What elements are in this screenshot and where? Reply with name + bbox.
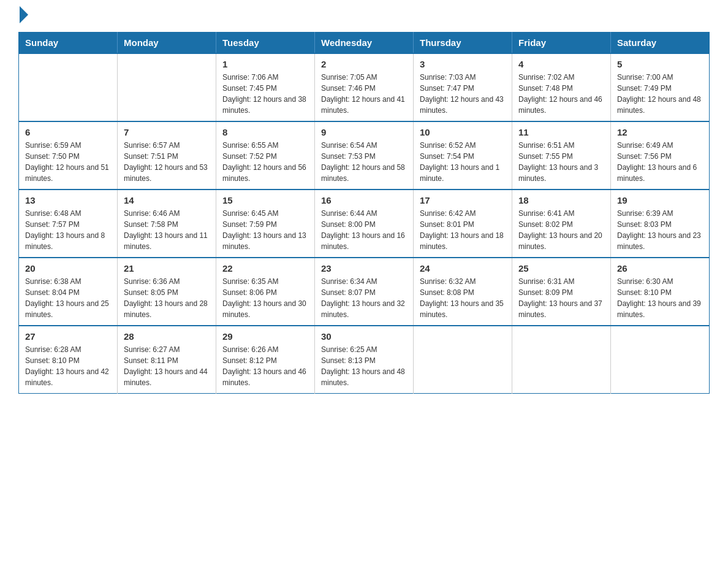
day-number: 8 [222,127,308,137]
day-number: 23 [321,263,407,274]
day-number: 22 [222,263,308,274]
calendar-cell: 7Sunrise: 6:57 AMSunset: 7:51 PMDaylight… [118,121,216,190]
day-info: Sunrise: 6:39 AMSunset: 8:03 PMDaylight:… [617,208,703,252]
calendar-cell: 23Sunrise: 6:34 AMSunset: 8:07 PMDayligh… [315,258,414,326]
day-info: Sunrise: 6:46 AMSunset: 7:58 PMDaylight:… [124,208,210,252]
calendar-cell [512,326,611,394]
calendar-cell [118,53,216,121]
day-info: Sunrise: 6:48 AMSunset: 7:57 PMDaylight:… [25,208,111,252]
day-number: 28 [124,331,210,342]
day-info: Sunrise: 6:30 AMSunset: 8:10 PMDaylight:… [617,276,703,320]
calendar-body: 1Sunrise: 7:06 AMSunset: 7:45 PMDaylight… [19,53,710,394]
day-info: Sunrise: 6:52 AMSunset: 7:54 PMDaylight:… [420,140,506,184]
calendar-cell: 17Sunrise: 6:42 AMSunset: 8:01 PMDayligh… [414,190,512,258]
weekday-row: SundayMondayTuesdayWednesdayThursdayFrid… [19,33,710,54]
day-number: 15 [222,195,308,205]
week-row-1: 1Sunrise: 7:06 AMSunset: 7:45 PMDaylight… [19,53,710,121]
day-info: Sunrise: 6:49 AMSunset: 7:56 PMDaylight:… [617,140,703,184]
calendar-cell: 27Sunrise: 6:28 AMSunset: 8:10 PMDayligh… [19,326,118,394]
day-info: Sunrise: 7:00 AMSunset: 7:49 PMDaylight:… [617,72,703,116]
day-number: 27 [25,331,111,342]
calendar-cell: 18Sunrise: 6:41 AMSunset: 8:02 PMDayligh… [512,190,611,258]
day-info: Sunrise: 7:03 AMSunset: 7:47 PMDaylight:… [420,72,506,116]
day-info: Sunrise: 6:59 AMSunset: 7:50 PMDaylight:… [25,140,111,184]
day-info: Sunrise: 6:42 AMSunset: 8:01 PMDaylight:… [420,208,506,252]
weekday-monday: Monday [118,33,216,54]
day-info: Sunrise: 6:57 AMSunset: 7:51 PMDaylight:… [124,140,210,184]
calendar-cell: 11Sunrise: 6:51 AMSunset: 7:55 PMDayligh… [512,121,611,190]
calendar-cell: 3Sunrise: 7:03 AMSunset: 7:47 PMDaylight… [414,53,512,121]
calendar-cell: 19Sunrise: 6:39 AMSunset: 8:03 PMDayligh… [611,190,710,258]
day-number: 21 [124,263,210,274]
weekday-sunday: Sunday [19,33,118,54]
week-row-5: 27Sunrise: 6:28 AMSunset: 8:10 PMDayligh… [19,326,710,394]
calendar-cell [19,53,118,121]
day-info: Sunrise: 6:35 AMSunset: 8:06 PMDaylight:… [222,276,308,320]
day-info: Sunrise: 6:26 AMSunset: 8:12 PMDaylight:… [222,344,308,388]
day-info: Sunrise: 6:54 AMSunset: 7:53 PMDaylight:… [321,140,407,184]
day-number: 13 [25,195,111,205]
day-number: 19 [617,195,703,205]
day-number: 3 [420,59,506,69]
day-number: 29 [222,331,308,342]
calendar-cell: 6Sunrise: 6:59 AMSunset: 7:50 PMDaylight… [19,121,118,190]
weekday-tuesday: Tuesday [216,33,315,54]
logo-triangle-icon [20,6,28,23]
day-number: 1 [222,59,308,69]
day-number: 18 [518,195,604,205]
calendar-cell: 15Sunrise: 6:45 AMSunset: 7:59 PMDayligh… [216,190,315,258]
calendar-cell: 30Sunrise: 6:25 AMSunset: 8:13 PMDayligh… [315,326,414,394]
day-info: Sunrise: 6:55 AMSunset: 7:52 PMDaylight:… [222,140,308,184]
calendar-cell: 28Sunrise: 6:27 AMSunset: 8:11 PMDayligh… [118,326,216,394]
weekday-thursday: Thursday [414,33,512,54]
day-number: 16 [321,195,407,205]
page-header [18,12,710,20]
logo [18,12,28,20]
day-info: Sunrise: 6:45 AMSunset: 7:59 PMDaylight:… [222,208,308,252]
calendar-cell: 20Sunrise: 6:38 AMSunset: 8:04 PMDayligh… [19,258,118,326]
day-number: 2 [321,59,407,69]
calendar-cell: 14Sunrise: 6:46 AMSunset: 7:58 PMDayligh… [118,190,216,258]
day-info: Sunrise: 6:25 AMSunset: 8:13 PMDaylight:… [321,344,407,388]
calendar-cell: 9Sunrise: 6:54 AMSunset: 7:53 PMDaylight… [315,121,414,190]
calendar-cell: 25Sunrise: 6:31 AMSunset: 8:09 PMDayligh… [512,258,611,326]
calendar-cell: 22Sunrise: 6:35 AMSunset: 8:06 PMDayligh… [216,258,315,326]
calendar-cell: 8Sunrise: 6:55 AMSunset: 7:52 PMDaylight… [216,121,315,190]
day-number: 17 [420,195,506,205]
day-info: Sunrise: 6:44 AMSunset: 8:00 PMDaylight:… [321,208,407,252]
calendar-cell: 21Sunrise: 6:36 AMSunset: 8:05 PMDayligh… [118,258,216,326]
week-row-2: 6Sunrise: 6:59 AMSunset: 7:50 PMDaylight… [19,121,710,190]
calendar-cell: 1Sunrise: 7:06 AMSunset: 7:45 PMDaylight… [216,53,315,121]
day-info: Sunrise: 7:06 AMSunset: 7:45 PMDaylight:… [222,72,308,116]
weekday-friday: Friday [512,33,611,54]
day-info: Sunrise: 6:41 AMSunset: 8:02 PMDaylight:… [518,208,604,252]
weekday-wednesday: Wednesday [315,33,414,54]
calendar-header: SundayMondayTuesdayWednesdayThursdayFrid… [19,33,710,54]
week-row-4: 20Sunrise: 6:38 AMSunset: 8:04 PMDayligh… [19,258,710,326]
calendar-cell: 10Sunrise: 6:52 AMSunset: 7:54 PMDayligh… [414,121,512,190]
day-info: Sunrise: 6:28 AMSunset: 8:10 PMDaylight:… [25,344,111,388]
weekday-saturday: Saturday [611,33,710,54]
calendar-cell: 16Sunrise: 6:44 AMSunset: 8:00 PMDayligh… [315,190,414,258]
day-number: 10 [420,127,506,137]
calendar-table: SundayMondayTuesdayWednesdayThursdayFrid… [18,32,710,394]
day-info: Sunrise: 6:27 AMSunset: 8:11 PMDaylight:… [124,344,210,388]
day-number: 14 [124,195,210,205]
day-number: 30 [321,331,407,342]
calendar-cell: 2Sunrise: 7:05 AMSunset: 7:46 PMDaylight… [315,53,414,121]
day-number: 5 [617,59,703,69]
calendar-cell: 12Sunrise: 6:49 AMSunset: 7:56 PMDayligh… [611,121,710,190]
day-number: 20 [25,263,111,274]
day-number: 24 [420,263,506,274]
calendar-cell: 26Sunrise: 6:30 AMSunset: 8:10 PMDayligh… [611,258,710,326]
week-row-3: 13Sunrise: 6:48 AMSunset: 7:57 PMDayligh… [19,190,710,258]
calendar-cell [611,326,710,394]
day-number: 9 [321,127,407,137]
day-number: 7 [124,127,210,137]
calendar-cell: 4Sunrise: 7:02 AMSunset: 7:48 PMDaylight… [512,53,611,121]
day-number: 11 [518,127,604,137]
day-number: 26 [617,263,703,274]
day-info: Sunrise: 6:51 AMSunset: 7:55 PMDaylight:… [518,140,604,184]
calendar-cell: 13Sunrise: 6:48 AMSunset: 7:57 PMDayligh… [19,190,118,258]
day-number: 25 [518,263,604,274]
